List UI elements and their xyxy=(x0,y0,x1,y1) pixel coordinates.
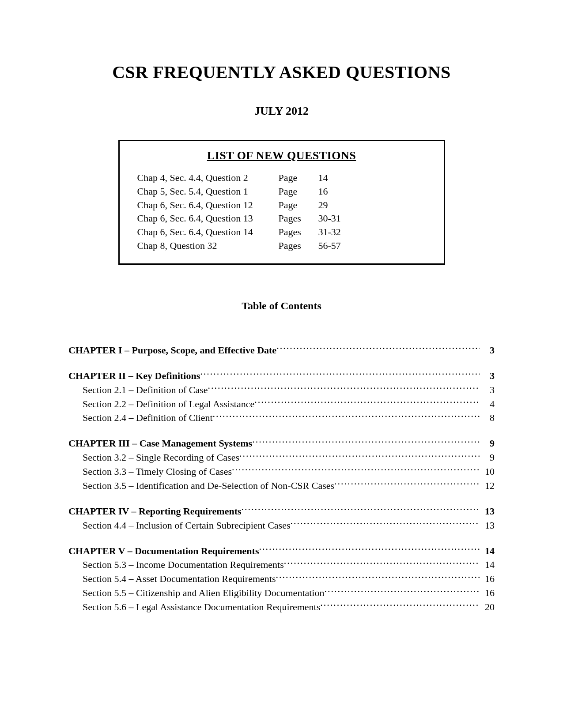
toc-chapter-label: CHAPTER V – Documentation Requirements xyxy=(68,544,259,558)
toc-leader xyxy=(232,464,480,475)
toc-leader xyxy=(242,504,480,514)
toc-chapter-row: CHAPTER V – Documentation Requirements14 xyxy=(68,543,495,557)
toc-section-page: 16 xyxy=(480,586,495,600)
toc-section-row: Section 5.3 – Income Documentation Requi… xyxy=(68,557,495,571)
toc-chapter-label: CHAPTER II – Key Definitions xyxy=(68,369,200,383)
toc-leader xyxy=(320,600,480,610)
new-question-page-word: Page xyxy=(279,185,318,199)
toc-block: CHAPTER V – Documentation Requirements14… xyxy=(68,543,495,613)
toc-leader xyxy=(254,396,480,407)
toc-section-row: Section 5.5 – Citizenship and Alien Elig… xyxy=(68,585,495,600)
toc-block: CHAPTER II – Key Definitions3Section 2.1… xyxy=(68,368,495,425)
toc-leader xyxy=(213,410,480,421)
new-question-label: Chap 5, Sec. 5.4, Question 1 xyxy=(137,185,279,199)
new-question-label: Chap 6, Sec. 6.4, Question 13 xyxy=(137,212,279,225)
toc-section-page: 13 xyxy=(480,519,495,532)
toc-section-label: Section 5.4 – Asset Documentation Requir… xyxy=(68,572,276,585)
toc-block: CHAPTER IV – Reporting Requirements13Sec… xyxy=(68,504,495,532)
new-question-label: Chap 4, Sec. 4.4, Question 2 xyxy=(137,171,279,185)
toc-section-row: Section 5.4 – Asset Documentation Requir… xyxy=(68,571,495,585)
new-questions-list: Chap 4, Sec. 4.4, Question 2Page14Chap 5… xyxy=(137,171,426,253)
toc-section-page: 16 xyxy=(480,572,495,585)
toc-leader xyxy=(276,571,480,582)
new-question-page-number: 56-57 xyxy=(318,239,354,253)
toc-heading: Table of Contents xyxy=(68,300,495,312)
toc-leader xyxy=(239,450,480,461)
toc-leader xyxy=(284,557,480,568)
document-subtitle: JULY 2012 xyxy=(68,105,495,118)
toc-section-row: Section 5.6 – Legal Assistance Documenta… xyxy=(68,600,495,614)
new-question-row: Chap 5, Sec. 5.4, Question 1Page16 xyxy=(137,185,426,199)
toc-section-label: Section 3.2 – Single Recording of Cases xyxy=(68,451,239,464)
toc-block: CHAPTER I – Purpose, Scope, and Effectiv… xyxy=(68,343,495,357)
toc-section-label: Section 2.2 – Definition of Legal Assist… xyxy=(68,398,254,411)
toc-chapter-label: CHAPTER I – Purpose, Scope, and Effectiv… xyxy=(68,344,276,357)
new-question-page-word: Pages xyxy=(279,239,318,253)
toc-container: CHAPTER I – Purpose, Scope, and Effectiv… xyxy=(68,343,495,614)
toc-section-row: Section 3.5 – Identification and De-Sele… xyxy=(68,478,495,492)
new-question-label: Chap 6, Sec. 6.4, Question 12 xyxy=(137,199,279,212)
new-question-page-word: Page xyxy=(279,199,318,212)
toc-block: CHAPTER III – Case Management Systems9Se… xyxy=(68,436,495,492)
new-question-label: Chap 8, Question 32 xyxy=(137,239,279,253)
new-question-page-word: Page xyxy=(279,171,318,185)
new-question-row: Chap 6, Sec. 6.4, Question 14Pages31-32 xyxy=(137,225,426,239)
toc-section-page: 14 xyxy=(480,558,495,571)
toc-section-label: Section 2.4 – Definition of Client xyxy=(68,411,213,424)
toc-section-row: Section 3.2 – Single Recording of Cases9 xyxy=(68,450,495,464)
new-question-label: Chap 6, Sec. 6.4, Question 14 xyxy=(137,225,279,239)
toc-section-row: Section 4.4 – Inclusion of Certain Subre… xyxy=(68,518,495,532)
new-question-row: Chap 8, Question 32Pages56-57 xyxy=(137,239,426,253)
toc-leader xyxy=(259,543,480,554)
new-question-page-word: Pages xyxy=(279,212,318,225)
toc-leader xyxy=(208,383,480,393)
toc-chapter-row: CHAPTER III – Case Management Systems9 xyxy=(68,436,495,450)
toc-section-page: 8 xyxy=(480,411,495,424)
toc-section-label: Section 2.1 – Definition of Case xyxy=(68,383,208,397)
toc-section-page: 12 xyxy=(480,479,495,492)
document-title: CSR FREQUENTLY ASKED QUESTIONS xyxy=(68,62,495,83)
toc-section-label: Section 5.6 – Legal Assistance Documenta… xyxy=(68,600,320,614)
toc-section-row: Section 2.4 – Definition of Client8 xyxy=(68,410,495,424)
toc-leader xyxy=(252,436,480,447)
toc-leader xyxy=(290,518,480,529)
toc-chapter-label: CHAPTER IV – Reporting Requirements xyxy=(68,505,242,518)
toc-section-label: Section 3.5 – Identification and De-Sele… xyxy=(68,479,334,492)
toc-section-label: Section 5.3 – Income Documentation Requi… xyxy=(68,558,284,571)
toc-leader xyxy=(325,585,480,596)
toc-section-page: 4 xyxy=(480,398,495,411)
toc-section-label: Section 5.5 – Citizenship and Alien Elig… xyxy=(68,586,325,600)
toc-leader xyxy=(334,478,480,489)
toc-section-label: Section 4.4 – Inclusion of Certain Subre… xyxy=(68,519,290,532)
new-question-page-number: 16 xyxy=(318,185,354,199)
toc-leader xyxy=(200,368,480,379)
toc-section-row: Section 3.3 – Timely Closing of Cases10 xyxy=(68,464,495,478)
new-question-row: Chap 6, Sec. 6.4, Question 13Pages30-31 xyxy=(137,212,426,225)
new-question-row: Chap 6, Sec. 6.4, Question 12Page29 xyxy=(137,199,426,212)
new-question-page-number: 29 xyxy=(318,199,354,212)
new-question-page-word: Pages xyxy=(279,225,318,239)
toc-chapter-page: 13 xyxy=(480,505,495,518)
toc-chapter-label: CHAPTER III – Case Management Systems xyxy=(68,437,252,450)
toc-chapter-row: CHAPTER IV – Reporting Requirements13 xyxy=(68,504,495,518)
new-question-page-number: 14 xyxy=(318,171,354,185)
new-questions-box: LIST OF NEW QUESTIONS Chap 4, Sec. 4.4, … xyxy=(118,140,445,265)
toc-section-page: 3 xyxy=(480,383,495,397)
toc-section-page: 10 xyxy=(480,465,495,478)
toc-chapter-page: 3 xyxy=(480,369,495,383)
new-question-page-number: 31-32 xyxy=(318,225,354,239)
toc-chapter-row: CHAPTER II – Key Definitions3 xyxy=(68,368,495,383)
toc-section-page: 9 xyxy=(480,451,495,464)
toc-leader xyxy=(276,343,480,353)
new-question-row: Chap 4, Sec. 4.4, Question 2Page14 xyxy=(137,171,426,185)
toc-section-row: Section 2.1 – Definition of Case3 xyxy=(68,383,495,397)
new-questions-heading: LIST OF NEW QUESTIONS xyxy=(137,149,426,162)
new-question-page-number: 30-31 xyxy=(318,212,354,225)
toc-section-label: Section 3.3 – Timely Closing of Cases xyxy=(68,465,232,478)
toc-chapter-page: 14 xyxy=(480,544,495,558)
toc-chapter-row: CHAPTER I – Purpose, Scope, and Effectiv… xyxy=(68,343,495,357)
toc-chapter-page: 3 xyxy=(480,344,495,357)
toc-section-page: 20 xyxy=(480,600,495,614)
toc-section-row: Section 2.2 – Definition of Legal Assist… xyxy=(68,396,495,410)
toc-chapter-page: 9 xyxy=(480,437,495,450)
